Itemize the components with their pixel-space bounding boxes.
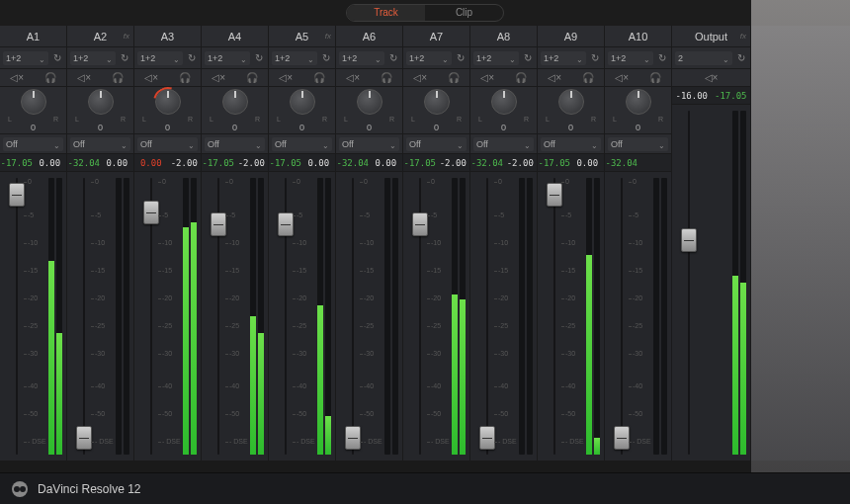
scale-tick: -50: [229, 410, 239, 417]
pan-value: 0: [299, 123, 304, 132]
fader-handle[interactable]: [9, 183, 25, 207]
pan-value: 0: [636, 123, 640, 132]
route-select[interactable]: 1+2⌄: [137, 51, 183, 65]
mute-icon[interactable]: ◁×: [548, 72, 561, 83]
pan-knob[interactable]: [21, 89, 46, 115]
route-row: 1+2⌄↻: [0, 47, 66, 69]
dynamics-select[interactable]: Off⌄: [541, 137, 601, 151]
headphone-icon[interactable]: 🎧: [44, 72, 56, 83]
dynamics-select[interactable]: Off⌄: [473, 137, 534, 151]
dynamics-select[interactable]: Off⌄: [205, 137, 265, 151]
pan-knob[interactable]: [88, 89, 114, 115]
route-select[interactable]: 1+2⌄: [406, 51, 452, 65]
pan-knob[interactable]: [222, 89, 248, 115]
fader-handle[interactable]: [681, 228, 697, 252]
scale-tick: -30: [431, 350, 441, 357]
headphone-icon[interactable]: 🎧: [381, 72, 392, 83]
fader-handle[interactable]: [345, 426, 361, 450]
mute-icon[interactable]: ◁×: [10, 72, 24, 83]
refresh-icon[interactable]: ↻: [735, 52, 747, 63]
dynamics-select[interactable]: Off⌄: [339, 137, 399, 151]
refresh-icon[interactable]: ↻: [253, 52, 265, 63]
fader-handle[interactable]: [143, 201, 159, 224]
mute-icon[interactable]: ◁×: [615, 72, 629, 83]
mute-icon[interactable]: ◁×: [279, 72, 293, 83]
scale-tick: -40: [297, 382, 306, 389]
meter-channel: [527, 178, 533, 455]
refresh-icon[interactable]: ↻: [387, 52, 399, 63]
meter-fill: [460, 299, 466, 455]
fader-scale: 0-5-10-15-20-25-30-40-50- DSE: [162, 178, 176, 455]
pan-knob[interactable]: [424, 89, 450, 115]
pan-knob[interactable]: [357, 89, 382, 115]
mute-icon[interactable]: ◁×: [480, 72, 494, 83]
pan-knob[interactable]: [290, 89, 315, 115]
refresh-icon[interactable]: ↻: [320, 52, 332, 63]
dynamics-select[interactable]: Off⌄: [3, 137, 63, 151]
gain-readout: 0.00: [370, 158, 403, 168]
route-select[interactable]: 1+2⌄: [3, 51, 48, 65]
gain-readout: -2.00: [235, 158, 269, 168]
scale-tick: -15: [498, 267, 508, 274]
channel-strip: A101+2⌄↻◁×🎧LR0Off⌄-32.040-5-10-15-20-25-…: [605, 26, 672, 461]
headphone-icon[interactable]: 🎧: [515, 72, 527, 83]
refresh-icon[interactable]: ↻: [589, 52, 601, 63]
pan-row: LR0: [538, 87, 604, 134]
route-select[interactable]: 1+2⌄: [339, 51, 384, 65]
headphone-icon[interactable]: 🎧: [112, 72, 124, 83]
fx-badge: fx: [325, 32, 331, 41]
monitor-row: ◁×🎧: [336, 69, 402, 87]
refresh-icon[interactable]: ↻: [119, 52, 130, 63]
headphone-icon[interactable]: 🎧: [313, 72, 325, 83]
refresh-icon[interactable]: ↻: [186, 52, 198, 63]
route-select[interactable]: 1+2⌄: [70, 51, 116, 65]
route-select[interactable]: 2⌄: [675, 51, 732, 65]
mute-icon[interactable]: ◁×: [212, 72, 225, 83]
mute-icon[interactable]: ◁×: [144, 72, 158, 83]
headphone-icon[interactable]: 🎧: [582, 72, 594, 83]
dynamics-select[interactable]: Off⌄: [608, 137, 668, 151]
headphone-icon[interactable]: 🎧: [649, 72, 661, 83]
mute-icon[interactable]: ◁×: [346, 72, 360, 83]
dynamics-select[interactable]: Off⌄: [406, 137, 467, 151]
pan-knob[interactable]: [626, 89, 651, 115]
route-select[interactable]: 1+2⌄: [473, 51, 519, 65]
scale-tick: -5: [95, 211, 101, 218]
headphone-icon[interactable]: 🎧: [246, 72, 258, 83]
pan-knob[interactable]: [558, 89, 584, 115]
pan-knob[interactable]: [491, 89, 517, 115]
route-select[interactable]: 1+2⌄: [608, 51, 653, 65]
level-readout: 0.00-2.00: [134, 154, 201, 172]
mute-icon[interactable]: ◁×: [705, 72, 719, 83]
headphone-icon[interactable]: 🎧: [179, 72, 191, 83]
tab-track[interactable]: Track: [347, 5, 425, 21]
fader-handle[interactable]: [614, 426, 630, 450]
refresh-icon[interactable]: ↻: [51, 52, 63, 63]
route-select[interactable]: 1+2⌄: [541, 51, 586, 65]
meter-fill: [250, 316, 256, 455]
fader-handle[interactable]: [412, 212, 428, 236]
pan-row: LR0: [0, 87, 66, 134]
refresh-icon[interactable]: ↻: [455, 52, 467, 63]
dynamics-select[interactable]: Off⌄: [272, 137, 332, 151]
mute-icon[interactable]: ◁×: [413, 72, 427, 83]
fader-handle[interactable]: [76, 426, 92, 450]
pan-knob[interactable]: [155, 89, 181, 115]
route-select[interactable]: 1+2⌄: [205, 51, 250, 65]
fader-handle[interactable]: [278, 212, 294, 236]
refresh-icon[interactable]: ↻: [656, 52, 668, 63]
refresh-icon[interactable]: ↻: [522, 52, 534, 63]
fader-handle[interactable]: [547, 183, 562, 207]
headphone-icon[interactable]: 🎧: [448, 72, 460, 83]
fader-handle[interactable]: [211, 212, 226, 236]
mute-icon[interactable]: ◁×: [77, 72, 91, 83]
tab-clip[interactable]: Clip: [425, 5, 503, 21]
dynamics-select[interactable]: Off⌄: [70, 137, 130, 151]
chevron-down-icon: ⌄: [188, 139, 195, 153]
app-logo-icon: [12, 481, 28, 497]
fader-handle[interactable]: [479, 426, 495, 450]
scale-tick: -30: [565, 350, 575, 357]
route-select[interactable]: 1+2⌄: [272, 51, 317, 65]
dynamics-select[interactable]: Off⌄: [137, 137, 198, 151]
scale-tick: 0: [633, 178, 637, 185]
